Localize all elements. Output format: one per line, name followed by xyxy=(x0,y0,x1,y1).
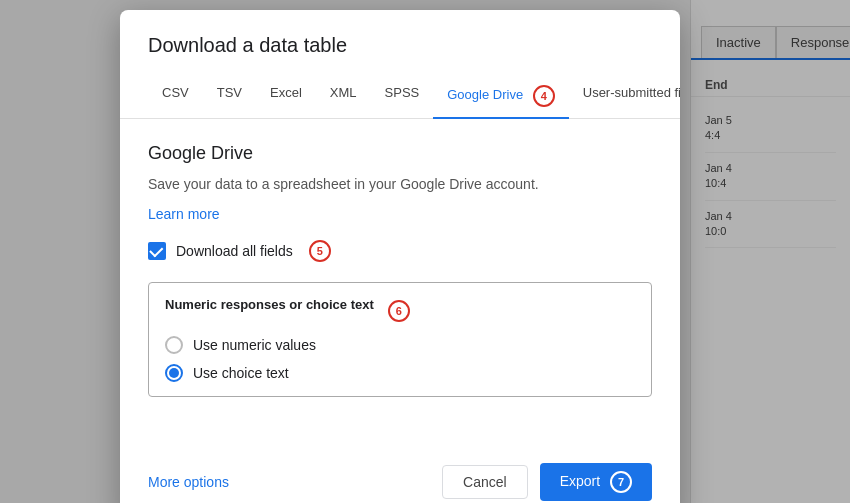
download-all-fields-label: Download all fields xyxy=(176,243,293,259)
radio-group-title: Numeric responses or choice text xyxy=(165,297,374,312)
modal-header: Download a data table xyxy=(120,10,680,57)
radio-group-box: Numeric responses or choice text 6 Use n… xyxy=(148,282,652,397)
step-badge-6: 6 xyxy=(388,300,410,322)
modal-title: Download a data table xyxy=(148,34,652,57)
radio-inner-dot xyxy=(169,368,179,378)
radio-numeric-values-label: Use numeric values xyxy=(193,337,316,353)
download-all-fields-row: Download all fields 5 xyxy=(148,240,652,262)
tab-excel[interactable]: Excel xyxy=(256,75,316,119)
section-title: Google Drive xyxy=(148,143,652,164)
tab-xml[interactable]: XML xyxy=(316,75,371,119)
cancel-button[interactable]: Cancel xyxy=(442,465,528,499)
download-modal: Download a data table CSV TSV Excel XML … xyxy=(120,10,680,503)
export-button[interactable]: Export 7 xyxy=(540,463,652,501)
tab-spss[interactable]: SPSS xyxy=(371,75,434,119)
learn-more-link[interactable]: Learn more xyxy=(148,206,220,222)
step-badge-5: 5 xyxy=(309,240,331,262)
tab-user-submitted[interactable]: User-submitted files xyxy=(569,75,680,119)
section-description: Save your data to a spreadsheet in your … xyxy=(148,174,652,195)
radio-choice-text-row: Use choice text xyxy=(165,364,635,382)
tab-google-drive[interactable]: Google Drive 4 xyxy=(433,75,569,119)
more-options-button[interactable]: More options xyxy=(148,466,229,498)
radio-numeric-values[interactable] xyxy=(165,336,183,354)
tab-tsv[interactable]: TSV xyxy=(203,75,256,119)
step-badge-7: 7 xyxy=(610,471,632,493)
modal-body: Google Drive Save your data to a spreads… xyxy=(120,119,680,451)
tab-csv[interactable]: CSV xyxy=(148,75,203,119)
download-all-fields-checkbox[interactable] xyxy=(148,242,166,260)
modal-footer: More options Cancel Export 7 xyxy=(120,451,680,503)
radio-numeric-values-row: Use numeric values xyxy=(165,336,635,354)
tab-bar: CSV TSV Excel XML SPSS Google Drive 4 Us… xyxy=(120,75,680,119)
step-badge-4: 4 xyxy=(533,85,555,107)
radio-choice-text[interactable] xyxy=(165,364,183,382)
radio-choice-text-label: Use choice text xyxy=(193,365,289,381)
